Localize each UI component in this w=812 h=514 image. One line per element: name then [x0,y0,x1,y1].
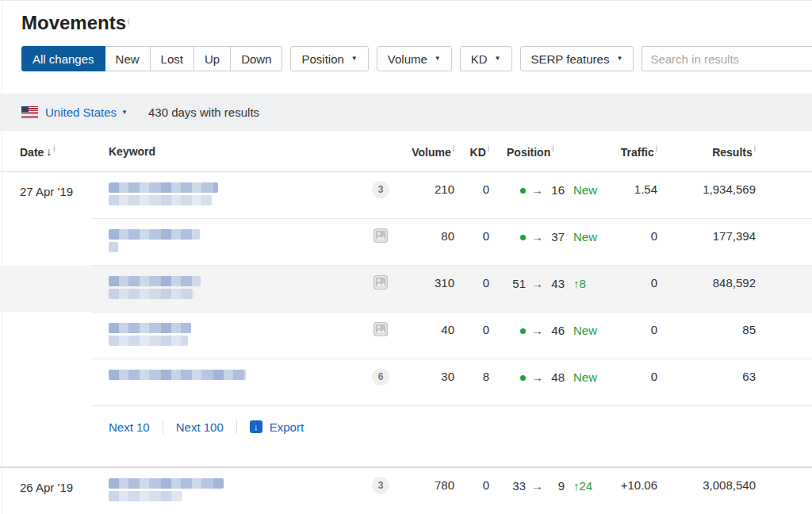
keyword-count-badge[interactable]: 3 [372,477,389,494]
position-new-value: 48 [549,370,565,386]
column-header-traffic[interactable]: Traffici [615,144,661,159]
column-header-position[interactable]: Positioni [496,144,615,159]
date-group: 26 Apr '19 3 780 0 33 → 9 ↑24 +10.06 3,0… [0,468,812,514]
keyword-cell[interactable] [91,313,365,348]
right-arrow-icon: → [531,276,543,292]
position-new-value: 37 [549,229,565,245]
group-rows: 3 780 0 33 → 9 ↑24 +10.06 3,008,540 [91,468,812,514]
image-icon[interactable] [373,274,389,290]
redacted-keyword-line [109,195,212,205]
country-selector[interactable]: United States [45,105,117,119]
keyword-cell[interactable] [91,468,365,504]
redacted-keyword-line [109,182,218,193]
date-group: 27 Apr '19 3 210 0 → 16 New 1.54 1,934,5… [0,172,812,447]
caret-down-icon: ▼ [435,56,441,62]
kd-value: 0 [454,219,496,243]
results-value: 63 [661,359,756,383]
table-row[interactable]: 80 0 → 37 New 0 177,394 [91,219,812,266]
position-change-badge: New [573,229,597,245]
keyword-cell[interactable] [91,172,365,208]
filter-dropdown-kd[interactable]: KD▼ [460,46,512,71]
traffic-value: 0 [615,313,661,336]
filter-new[interactable]: New [105,46,151,71]
image-icon[interactable] [373,321,389,337]
column-header-volume[interactable]: Volumei [396,144,454,159]
filter-dropdown-volume[interactable]: Volume▼ [377,46,452,71]
volume-value: 40 [396,313,454,336]
position-old-value: 33 [507,478,526,494]
keyword-count-badge[interactable]: 3 [372,181,389,198]
results-value: 848,592 [661,266,756,290]
traffic-value: +10.06 [615,468,661,492]
right-arrow-icon: → [531,370,543,386]
filter-up[interactable]: Up [194,46,231,71]
kd-value: 8 [454,359,496,383]
export-label: Export [270,420,304,434]
info-icon: i [488,144,489,153]
position-change-badge: ↑8 [573,276,586,292]
column-header-date[interactable]: Date↓i [0,144,91,159]
keyword-count-badge[interactable]: 6 [372,368,389,386]
content-left-edge [2,0,2,514]
us-flag-icon [21,106,38,118]
position-new-value: 46 [549,323,565,339]
serp-badge-cell [365,313,396,337]
table-row[interactable]: 40 0 → 46 New 0 85 [91,313,812,359]
kd-value: 0 [454,266,496,290]
serp-badge-cell: 6 [365,359,396,386]
redacted-keyword-line [109,370,246,380]
page-title: Movements [21,12,126,33]
kd-value: 0 [454,313,496,336]
keyword-cell[interactable] [91,266,365,301]
volume-value: 30 [396,359,454,383]
position-change-badge: ↑24 [573,478,592,494]
position-new-value: 43 [549,276,565,292]
traffic-value: 0 [615,219,661,243]
redacted-keyword-line [109,276,201,286]
days-with-results-label: 430 days with results [148,105,259,119]
info-icon: i [552,144,553,153]
filter-dropdown-serp-features[interactable]: SERP features▼ [520,46,634,71]
caret-down-icon: ▼ [351,56,358,62]
image-icon[interactable] [373,228,389,244]
dropdown-filters: Position▼Volume▼KD▼SERP features▼ [290,46,642,71]
row-right-spacer [756,172,812,182]
right-arrow-icon: → [531,323,543,339]
date-cell: 26 Apr '19 [0,468,91,514]
volume-value: 210 [396,172,454,196]
filter-all-changes[interactable]: All changes [21,46,105,71]
filter-down[interactable]: Down [231,46,282,71]
volume-value: 780 [396,468,454,492]
info-icon[interactable]: i [128,17,129,26]
search-input[interactable] [642,46,812,71]
column-header-results[interactable]: Resultsi [661,144,756,159]
column-header-kd[interactable]: KDi [454,144,496,159]
table-header-row: Date↓i Keyword Volumei KDi Positioni Tra… [0,131,812,172]
position-cell: → 46 New [496,313,615,339]
filter-toolbar: All changesNewLostUpDown Position▼Volume… [21,46,812,71]
keyword-cell[interactable] [91,219,365,255]
table-row[interactable]: 3 780 0 33 → 9 ↑24 +10.06 3,008,540 [91,468,812,514]
traffic-value: 1.54 [615,172,661,196]
volume-value: 80 [396,219,454,243]
table-row[interactable]: 6 30 8 → 48 New 0 63 [91,359,812,406]
group-rows: 3 210 0 → 16 New 1.54 1,934,569 80 0 → 3… [91,172,812,447]
redacted-keyword-line [109,491,182,501]
caret-down-icon[interactable]: ▼ [121,109,128,116]
table-row[interactable]: 3 210 0 → 16 New 1.54 1,934,569 [91,172,812,219]
position-new-dot-icon [507,375,526,381]
position-new-dot-icon [507,328,526,334]
table-row[interactable]: 310 0 51 → 43 ↑8 0 848,592 [91,266,812,313]
kd-value: 0 [454,172,496,196]
export-button[interactable]: ↓Export [250,420,304,434]
column-header-keyword[interactable]: Keyword [91,145,365,158]
filter-dropdown-position[interactable]: Position▼ [290,46,368,71]
filter-lost[interactable]: Lost [151,46,194,71]
row-right-spacer [756,266,812,276]
next-10-link[interactable]: Next 10 [109,420,150,434]
next-100-link[interactable]: Next 100 [176,420,224,434]
position-cell: → 37 New [496,219,615,245]
keyword-cell[interactable] [91,359,365,382]
position-cell: → 48 New [496,359,615,386]
redacted-keyword-line [109,336,188,346]
